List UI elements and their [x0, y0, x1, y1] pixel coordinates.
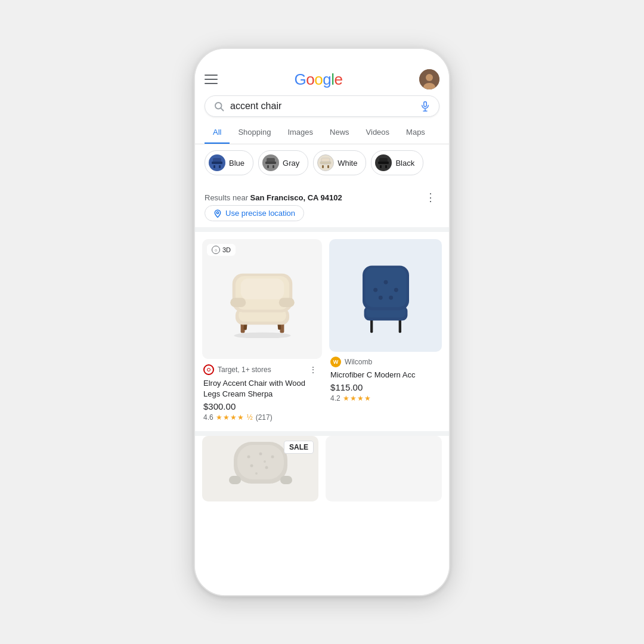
product-title-1: Elroy Accent Chair with Wood Legs Cream …: [203, 378, 321, 400]
svg-point-52: [271, 456, 274, 459]
svg-rect-42: [365, 268, 406, 308]
filter-chip-blue[interactable]: Blue: [205, 150, 253, 175]
svg-point-44: [373, 288, 377, 292]
product-card-2[interactable]: W Wilcomb Microfiber C Modern Acc $115.0…: [329, 239, 442, 424]
filter-chip-black[interactable]: Black: [371, 150, 423, 175]
product-image-3: SALE: [202, 436, 318, 501]
svg-point-55: [255, 472, 258, 475]
black-chip-label: Black: [395, 159, 414, 168]
svg-rect-19: [327, 165, 329, 168]
sale-badge-label: SALE: [289, 443, 308, 451]
tab-images[interactable]: Images: [279, 122, 321, 144]
svg-rect-11: [219, 165, 221, 168]
phone-frame: Google accent chair A: [194, 48, 450, 596]
target-logo: [203, 364, 214, 375]
tab-news[interactable]: News: [321, 122, 358, 144]
svg-point-47: [389, 296, 393, 300]
svg-rect-5: [424, 102, 427, 107]
microphone-icon[interactable]: [420, 101, 431, 112]
black-chair-icon: [375, 154, 392, 171]
product-title-2: Microfiber C Modern Acc: [330, 370, 441, 380]
product-meta-1: Target, 1+ stores ⋮ Elroy Accent Chair w…: [202, 359, 322, 424]
svg-point-50: [247, 456, 250, 459]
menu-icon[interactable]: [205, 75, 218, 84]
svg-point-46: [378, 296, 382, 300]
svg-point-1: [426, 74, 433, 81]
blue-chair-icon: [209, 154, 225, 171]
svg-rect-23: [385, 165, 387, 168]
svg-rect-9: [212, 162, 222, 164]
store-info-1: Target, 1+ stores: [203, 364, 271, 375]
nav-tabs: All Shopping Images News Videos Maps: [195, 122, 449, 144]
svg-point-24: [216, 212, 219, 214]
store-row-1: Target, 1+ stores ⋮: [203, 364, 321, 376]
section-divider-2: [195, 431, 449, 436]
tab-shopping[interactable]: Shopping: [230, 122, 279, 144]
product-card-1[interactable]: ○ 3D: [202, 239, 322, 424]
svg-point-53: [250, 465, 253, 467]
svg-point-51: [259, 453, 262, 456]
svg-rect-49: [237, 445, 284, 479]
product-image-2: [329, 239, 442, 352]
products-section-2: SALE: [195, 436, 449, 509]
products-row-1: ○ 3D: [202, 239, 442, 424]
svg-rect-21: [378, 162, 389, 164]
stars-2: ★★★★: [343, 394, 371, 402]
half-star-1: ½: [247, 413, 253, 422]
svg-point-54: [265, 466, 268, 469]
status-bar: [195, 49, 449, 66]
products-section: ○ 3D: [195, 232, 449, 431]
header: Google: [195, 66, 449, 89]
blue-chip-label: Blue: [229, 159, 244, 168]
product-card-4: [326, 436, 442, 501]
section-divider: [195, 227, 449, 232]
product-card-3[interactable]: SALE: [202, 436, 318, 501]
svg-rect-34: [230, 298, 246, 307]
main-content: Results near San Francisco, CA 94102 ⋮ U…: [195, 181, 449, 595]
search-bar-container: accent chair: [195, 89, 449, 122]
ar-icon: ○: [212, 246, 220, 254]
review-count-1: (217): [256, 413, 273, 422]
stars-1: ★★★★: [216, 413, 244, 422]
tab-all[interactable]: All: [205, 122, 230, 144]
white-chip-label: White: [338, 159, 357, 168]
location-pin-icon: [213, 209, 222, 218]
white-chair-icon: [317, 154, 334, 171]
location-section: Results near San Francisco, CA 94102 ⋮ U…: [195, 181, 449, 227]
target-dot: [207, 368, 210, 371]
svg-rect-37: [370, 318, 373, 333]
svg-rect-13: [265, 162, 276, 164]
tab-maps[interactable]: Maps: [398, 122, 434, 144]
stars-row-1: 4.6 ★★★★ ½ (217): [203, 413, 321, 422]
svg-rect-14: [267, 165, 269, 168]
filter-chip-white[interactable]: White: [313, 150, 366, 175]
avatar[interactable]: [419, 69, 439, 89]
more-options-icon[interactable]: ⋮: [422, 190, 439, 205]
precise-location-button[interactable]: Use precise location: [205, 205, 304, 221]
product-options-1[interactable]: ⋮: [305, 364, 321, 376]
tab-videos[interactable]: Videos: [358, 122, 398, 144]
rating-2: 4.2: [330, 394, 340, 402]
svg-rect-36: [240, 278, 284, 299]
store-name-1: Target, 1+ stores: [218, 366, 271, 374]
svg-rect-15: [273, 165, 274, 168]
chair-navy-svg: [350, 256, 422, 334]
svg-point-56: [264, 460, 266, 463]
badge-3d: ○ 3D: [207, 244, 236, 256]
svg-point-43: [383, 280, 388, 284]
svg-point-25: [234, 332, 290, 338]
search-bar[interactable]: accent chair: [205, 95, 439, 117]
svg-rect-57: [229, 476, 241, 484]
svg-rect-35: [278, 298, 294, 307]
store-name-2: Wilcomb: [345, 358, 372, 366]
gray-chair-icon: [262, 154, 279, 171]
filter-chips: Blue Gray: [195, 144, 449, 181]
product-meta-2: W Wilcomb Microfiber C Modern Acc $115.0…: [329, 352, 442, 405]
svg-rect-10: [213, 165, 215, 168]
filter-chip-gray[interactable]: Gray: [258, 150, 308, 175]
wilcomb-logo: W: [330, 357, 341, 367]
location-prefix: Results near San Francisco, CA 94102: [205, 193, 342, 202]
location-name: San Francisco, CA 94102: [250, 193, 342, 202]
search-query: accent chair: [230, 101, 414, 112]
svg-rect-22: [380, 165, 382, 168]
